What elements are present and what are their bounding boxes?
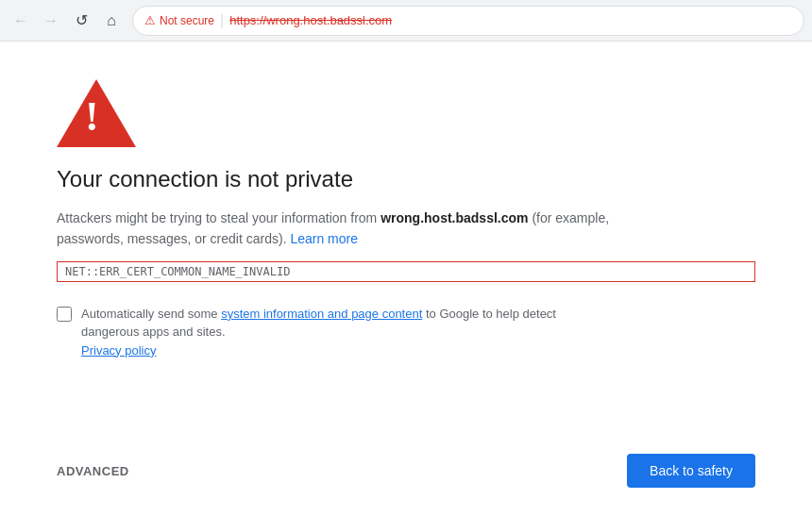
browser-chrome: ← → ↺ ⌂ ⚠ Not secure | https://wrong.hos…	[0, 0, 812, 42]
address-divider: |	[220, 12, 224, 29]
description-prefix: Attackers might be trying to steal your …	[57, 210, 381, 225]
back-to-safety-button[interactable]: Back to safety	[627, 454, 755, 488]
address-bar[interactable]: ⚠ Not secure | https://wrong.host.badssl…	[132, 6, 804, 36]
page-content: Your connection is not private Attackers…	[0, 42, 812, 516]
checkbox-text-prefix: Automatically send some	[81, 307, 221, 321]
system-info-link[interactable]: system information and page content	[221, 307, 422, 321]
checkbox-wrapper[interactable]	[57, 307, 72, 325]
url-text: https://wrong.host.badssl.com	[229, 13, 392, 27]
error-description: Attackers might be trying to steal your …	[57, 208, 642, 250]
warning-triangle-icon: ⚠	[144, 13, 156, 27]
learn-more-link[interactable]: Learn more	[290, 231, 358, 246]
warning-icon	[57, 79, 136, 147]
send-info-checkbox[interactable]	[57, 307, 72, 322]
privacy-policy-link[interactable]: Privacy policy	[81, 343, 156, 358]
home-button[interactable]: ⌂	[98, 8, 125, 34]
nav-buttons: ← → ↺ ⌂	[8, 8, 125, 34]
error-code-box: NET::ERR_CERT_COMMON_NAME_INVALID	[57, 261, 755, 282]
checkbox-section: Automatically send some system informati…	[57, 305, 614, 360]
reload-button[interactable]: ↺	[68, 8, 94, 34]
forward-button[interactable]: →	[38, 8, 64, 34]
error-title: Your connection is not private	[57, 166, 755, 192]
error-icon-container	[57, 79, 755, 147]
security-warning: ⚠ Not secure	[144, 13, 214, 27]
security-warning-text: Not secure	[160, 14, 214, 27]
advanced-button[interactable]: ADVANCED	[57, 464, 129, 478]
bottom-actions: ADVANCED Back to safety	[57, 444, 755, 488]
highlighted-domain: wrong.host.badssl.com	[381, 210, 528, 225]
checkbox-label: Automatically send some system informati…	[81, 305, 614, 360]
back-button[interactable]: ←	[8, 8, 34, 34]
